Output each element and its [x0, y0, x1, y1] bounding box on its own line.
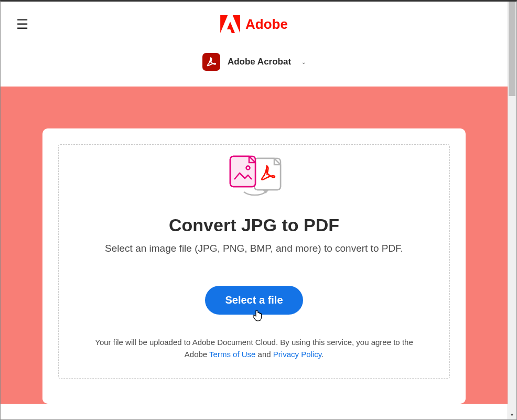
disclaimer-text-3: . — [321, 350, 324, 359]
adobe-brand[interactable]: Adobe — [220, 15, 288, 33]
cta-label: Select a file — [225, 294, 283, 306]
product-subnav[interactable]: Adobe Acrobat ⌄ — [1, 44, 508, 87]
chevron-down-icon: ⌄ — [301, 59, 306, 65]
vertical-scrollbar[interactable]: ▲ ▼ — [508, 2, 516, 419]
privacy-policy-link[interactable]: Privacy Policy — [273, 350, 321, 359]
hero-section: Convert JPG to PDF Select an image file … — [1, 87, 508, 404]
top-header: ☰ Adobe — [1, 2, 508, 44]
upload-disclaimer: Your file will be uploaded to Adobe Docu… — [87, 337, 422, 360]
disclaimer-text-2: and — [255, 350, 273, 359]
select-file-button[interactable]: Select a file — [205, 286, 303, 315]
page-subtitle: Select an image file (JPG, PNG, BMP, and… — [74, 243, 434, 254]
product-name-label: Adobe Acrobat — [228, 57, 291, 67]
convert-illustration — [74, 155, 434, 202]
scrollbar-thumb[interactable] — [509, 2, 515, 96]
cursor-pointer-icon — [252, 309, 263, 322]
page-content: ☰ Adobe Adobe Acrobat ⌄ — [1, 2, 508, 419]
dropzone[interactable]: Convert JPG to PDF Select an image file … — [58, 144, 450, 379]
page-title: Convert JPG to PDF — [74, 215, 434, 235]
adobe-logo-icon — [220, 15, 240, 33]
adobe-brand-text: Adobe — [245, 16, 288, 33]
terms-of-use-link[interactable]: Terms of Use — [209, 350, 255, 359]
scrollbar-down-arrow[interactable]: ▼ — [508, 411, 516, 419]
hamburger-menu-icon[interactable]: ☰ — [16, 17, 28, 31]
acrobat-app-icon — [202, 53, 220, 71]
upload-card: Convert JPG to PDF Select an image file … — [42, 128, 466, 404]
